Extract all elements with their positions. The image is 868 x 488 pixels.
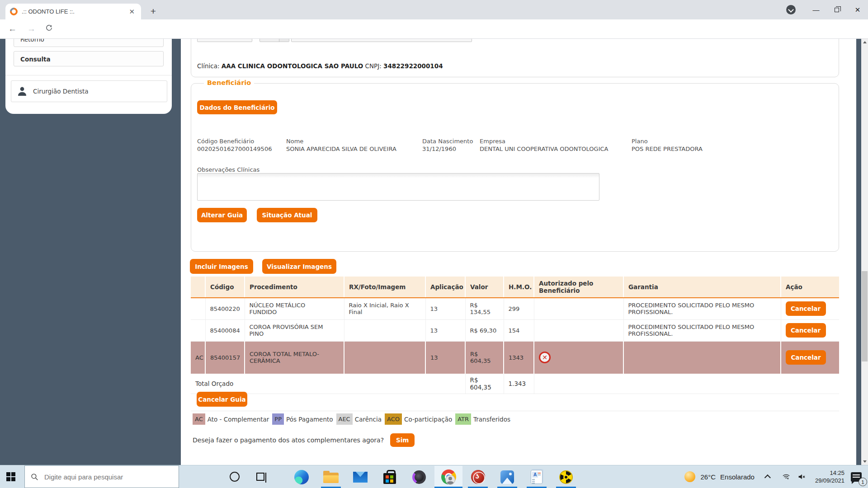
sim-button[interactable]: Sim bbox=[390, 433, 415, 447]
minimize-button[interactable]: — bbox=[806, 0, 826, 19]
browser-tab[interactable]: .:: ODONTO LIFE ::. ✕ bbox=[5, 4, 141, 19]
cell-rx bbox=[344, 341, 425, 374]
clock-date: 29/09/2021 bbox=[815, 477, 844, 484]
uf-select[interactable]: SP bbox=[259, 39, 289, 42]
provider-fieldset: CRO 30136 SP Nome NORA CLAROS BAUTISTA P… bbox=[191, 39, 839, 77]
observacoes-label: Observações Clínicas bbox=[197, 166, 259, 173]
taskbar-clock[interactable]: 14:25 29/09/2021 bbox=[815, 469, 844, 484]
sidebar: Retorno Consulta Cirurgião Dentista bbox=[5, 39, 172, 114]
clinica-label: Clínica: bbox=[197, 62, 219, 70]
network-icon[interactable] bbox=[782, 473, 791, 481]
chevron-down-icon[interactable] bbox=[279, 39, 289, 42]
taskbar-app-store[interactable] bbox=[376, 466, 404, 488]
incluir-imagens-button[interactable]: Incluir Imagens bbox=[190, 259, 253, 274]
cnpj-label: CNPJ: bbox=[365, 62, 382, 70]
site-favicon-icon bbox=[9, 6, 19, 17]
taskbar-app-dial[interactable] bbox=[405, 466, 433, 488]
taskbar-app-file-explorer[interactable] bbox=[317, 466, 345, 488]
volume-muted-icon[interactable] bbox=[797, 473, 806, 481]
close-window-button[interactable]: ✕ bbox=[847, 0, 868, 19]
taskbar-app-mail[interactable] bbox=[346, 466, 374, 488]
taskbar-search[interactable] bbox=[24, 465, 179, 488]
taskbar-app-edge[interactable] bbox=[288, 466, 316, 488]
provider-nome-input[interactable]: NORA CLAROS BAUTISTA PATINO bbox=[291, 39, 472, 42]
taskbar-app-photos[interactable] bbox=[493, 466, 521, 488]
legend-badge-aco: ACO bbox=[385, 413, 402, 425]
taskbar-app-chrome-active[interactable] bbox=[434, 466, 462, 488]
cortana-icon[interactable] bbox=[230, 472, 240, 482]
col-flag bbox=[191, 277, 205, 298]
scroll-down-icon[interactable] bbox=[861, 458, 868, 465]
legend-badge-pp: PP bbox=[272, 413, 284, 425]
plano-value: POS REDE PRESTADORA bbox=[632, 145, 703, 152]
dentist-person-icon bbox=[17, 86, 28, 97]
cell-acao: Cancelar bbox=[781, 319, 839, 341]
cancelar-row-button[interactable]: Cancelar bbox=[786, 350, 826, 365]
col-autorizado: Autorizado pelo Beneficiário bbox=[534, 277, 623, 298]
taskbar-app-document[interactable]: A bbox=[523, 466, 551, 488]
beneficiario-fieldset: Beneficiário Dados do Beneficiário Códig… bbox=[191, 83, 839, 252]
alterar-guia-button[interactable]: Alterar Guia bbox=[197, 208, 247, 222]
weather-widget[interactable]: 26°C Ensolarado bbox=[701, 473, 755, 481]
situacao-atual-button[interactable]: Situação Atual bbox=[257, 208, 317, 222]
table-total-row: Total Orçado R$ 604,35 1.343 bbox=[191, 374, 839, 394]
cancelar-row-button[interactable]: Cancelar bbox=[786, 301, 826, 316]
plano-label: Plano bbox=[632, 138, 648, 145]
cell-autorizado bbox=[534, 319, 623, 341]
col-rx: RX/Foto/Imagem bbox=[344, 277, 425, 298]
taskbar-app-radiation[interactable] bbox=[552, 466, 580, 488]
back-button[interactable]: ← bbox=[8, 24, 17, 34]
forward-button[interactable]: → bbox=[27, 24, 36, 34]
denied-icon: ✕ bbox=[539, 352, 551, 363]
cell-flag: AC bbox=[191, 341, 205, 374]
codigo-beneficiario-value: 00202501627000149506 bbox=[197, 145, 272, 152]
tab-close-icon[interactable]: ✕ bbox=[127, 8, 137, 16]
visualizar-imagens-button[interactable]: Visualizar Imagens bbox=[262, 259, 336, 274]
refresh-button[interactable] bbox=[45, 24, 53, 34]
cell-acao: Cancelar bbox=[781, 341, 839, 374]
scroll-up-icon[interactable] bbox=[861, 39, 868, 46]
chevron-down-circle-icon[interactable] bbox=[786, 5, 796, 14]
search-icon bbox=[30, 473, 39, 481]
search-input[interactable] bbox=[44, 473, 162, 481]
beneficiario-nome-value: SONIA APARECIDA SILVA DE OLIVEIRA bbox=[286, 145, 396, 152]
refresh-icon bbox=[45, 24, 53, 32]
observacoes-textarea[interactable] bbox=[197, 173, 599, 201]
clock-time: 14:25 bbox=[815, 469, 844, 477]
cancelar-row-button[interactable]: Cancelar bbox=[786, 323, 826, 338]
sidebar-item-consulta[interactable]: Consulta bbox=[14, 51, 164, 66]
taskbar-app-red[interactable] bbox=[464, 466, 492, 488]
new-tab-button[interactable]: + bbox=[147, 6, 159, 17]
col-garantia: Garantia bbox=[623, 277, 781, 298]
legend-label-aco: Co-participação bbox=[404, 416, 452, 423]
section-divider bbox=[191, 411, 839, 411]
cell-aplicacao: 13 bbox=[425, 319, 465, 341]
scrollbar-thumb[interactable] bbox=[862, 271, 868, 361]
data-nascimento-value: 31/12/1960 bbox=[422, 145, 456, 152]
browser-urlbar: ← → unioweb.com.br/Odonto/Uniweb.do ☆ bbox=[0, 19, 868, 39]
dados-beneficiario-button[interactable]: Dados do Beneficiário bbox=[197, 100, 277, 114]
legend-badge-aec: AEC bbox=[336, 413, 353, 425]
weather-condition: Ensolarado bbox=[720, 473, 755, 481]
col-procedimento: Procedimento bbox=[245, 277, 344, 298]
weather-sun-icon[interactable] bbox=[684, 471, 695, 482]
chrome-icon bbox=[441, 469, 456, 484]
page-scrollbar[interactable] bbox=[861, 39, 868, 465]
table-row-highlighted: AC 85400157 COROA TOTAL METALO-CERÂMICA … bbox=[191, 341, 839, 374]
tray-expand-chevron-icon[interactable] bbox=[764, 474, 771, 481]
payment-question-row: Deseja fazer o pagamento dos atos comple… bbox=[193, 433, 415, 447]
cancelar-guia-button[interactable]: Cancelar Guia bbox=[197, 392, 247, 407]
cro-input[interactable]: 30136 bbox=[197, 39, 252, 42]
sidebar-profile[interactable]: Cirurgião Dentista bbox=[11, 80, 167, 102]
restore-button[interactable] bbox=[826, 0, 847, 19]
legend-label-aec: Carência bbox=[355, 416, 382, 423]
start-button-icon[interactable] bbox=[6, 472, 16, 482]
system-tray: 26°C Ensolarado 14:25 29/09/2021 1 bbox=[684, 465, 868, 488]
sidebar-item-retorno[interactable]: Retorno bbox=[14, 39, 164, 47]
file-explorer-icon bbox=[323, 471, 339, 483]
main-panel: CRO 30136 SP Nome NORA CLAROS BAUTISTA P… bbox=[181, 39, 856, 465]
screen: .:: ODONTO LIFE ::. ✕ + — ✕ ← → unioweb.… bbox=[0, 0, 868, 488]
cell-procedimento: NÚCLEO METÁLICO FUNDIDO bbox=[245, 298, 344, 319]
cell-aplicacao: 13 bbox=[425, 298, 465, 319]
task-view-icon[interactable] bbox=[256, 473, 264, 481]
